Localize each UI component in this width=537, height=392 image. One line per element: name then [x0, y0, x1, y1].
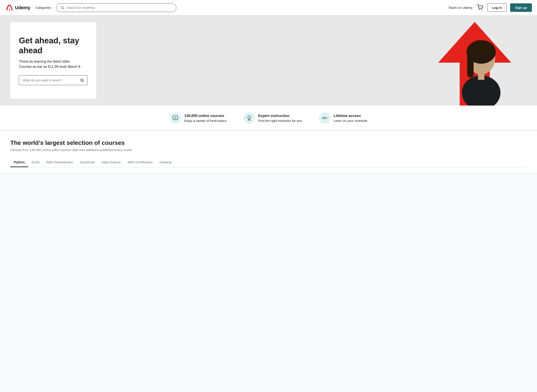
courses-section-title: The world's largest selection of courses — [10, 140, 527, 146]
tab-data-science[interactable]: Data Science — [98, 158, 124, 167]
feature-lifetime: Lifetime access Learn on your schedule — [319, 112, 367, 124]
feature-lifetime-heading: Lifetime access — [334, 114, 367, 118]
tab-python[interactable]: Python — [10, 158, 28, 167]
feature-lifetime-desc: Learn on your schedule — [334, 119, 367, 122]
svg-point-0 — [9, 9, 10, 10]
feature-instruction-heading: Expert instruction — [258, 114, 302, 118]
award-icon-circle — [244, 112, 255, 124]
tab-web-development[interactable]: Web Development — [43, 158, 76, 167]
hero-search-icon — [80, 78, 84, 82]
infinity-icon — [321, 116, 328, 120]
teach-link[interactable]: Teach on Udemy — [448, 6, 473, 9]
cart-button[interactable] — [476, 3, 484, 12]
login-button[interactable]: Log in — [487, 3, 507, 12]
woman-illustration — [447, 20, 516, 106]
navbar-search-bar — [56, 3, 176, 12]
svg-point-3 — [479, 9, 479, 10]
feature-courses: 130,000 online courses Enjoy a variety o… — [170, 112, 226, 124]
svg-line-6 — [83, 81, 83, 82]
courses-section-subtitle: Choose from 130,000 online video courses… — [10, 148, 527, 152]
feature-instruction: Expert instruction Find the right instru… — [244, 112, 302, 124]
hero-subtitle: Thrive by learning the latest skills.Cou… — [19, 59, 88, 69]
feature-courses-desc: Enjoy a variety of fresh topics — [184, 119, 226, 122]
tab-aws-certification[interactable]: AWS Certification — [124, 158, 156, 167]
hero-title: Get ahead, stayahead — [19, 36, 88, 55]
svg-line-2 — [63, 8, 64, 9]
award-icon — [246, 115, 252, 121]
tab-drawing[interactable]: Drawing — [156, 158, 175, 167]
svg-point-8 — [462, 75, 500, 106]
navbar: Udemy Categories Teach on Udemy Log in S… — [0, 0, 537, 15]
logo-text: Udemy — [15, 5, 30, 10]
svg-point-4 — [482, 9, 482, 10]
feature-instruction-desc: Find the right instructor for you — [258, 119, 302, 122]
svg-rect-12 — [478, 72, 484, 80]
hero-visual — [96, 15, 537, 106]
navbar-search-input[interactable] — [67, 6, 172, 9]
udemy-logo-icon — [5, 3, 14, 12]
hero-search-bar — [19, 75, 88, 85]
feature-instruction-text: Expert instruction Find the right instru… — [258, 114, 302, 122]
hero-content-box: Get ahead, stayahead Thrive by learning … — [10, 22, 96, 99]
features-bar: 130,000 online courses Enjoy a variety o… — [0, 106, 537, 131]
feature-lifetime-text: Lifetime access Learn on your schedule — [334, 114, 367, 122]
categories-button[interactable]: Categories — [34, 5, 53, 10]
logo-link[interactable]: Udemy — [5, 3, 30, 12]
hero-section: Get ahead, stayahead Thrive by learning … — [0, 15, 537, 106]
tab-javascript[interactable]: JavaScript — [76, 158, 98, 167]
video-icon-circle — [170, 112, 181, 124]
svg-point-20 — [248, 116, 251, 119]
search-icon — [61, 6, 64, 10]
video-icon — [172, 115, 178, 121]
infinity-icon-circle — [319, 112, 330, 124]
feature-courses-heading: 130,000 online courses — [184, 114, 226, 118]
courses-section: The world's largest selection of courses… — [0, 131, 537, 172]
hero-search-input[interactable] — [23, 78, 78, 82]
feature-courses-text: 130,000 online courses Enjoy a variety o… — [184, 114, 226, 122]
courses-tabs: Python Excel Web Development JavaScript … — [10, 158, 527, 167]
tab-excel[interactable]: Excel — [28, 158, 43, 167]
svg-marker-19 — [175, 117, 176, 119]
svg-rect-11 — [467, 52, 474, 78]
signup-button[interactable]: Sign up — [510, 3, 532, 12]
navbar-right: Teach on Udemy Log in Sign up — [448, 3, 532, 12]
cart-icon — [477, 4, 483, 10]
